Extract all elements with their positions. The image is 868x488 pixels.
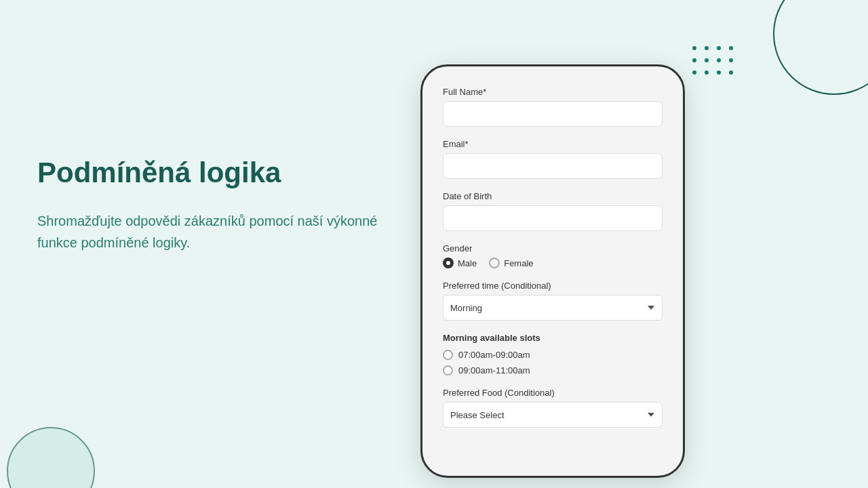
dot: [705, 46, 709, 50]
full-name-label: Full Name*: [443, 87, 663, 97]
dot-grid-decoration: [692, 46, 736, 77]
gender-female-label: Female: [504, 258, 533, 268]
email-input[interactable]: [443, 153, 663, 179]
dot: [717, 70, 721, 75]
gender-female-radio[interactable]: [489, 258, 500, 268]
email-label: Email*: [443, 139, 663, 149]
dot: [717, 58, 721, 62]
full-name-group: Full Name*: [443, 87, 663, 127]
preferred-food-select-wrapper: Please Select: [443, 402, 663, 428]
dot: [692, 46, 696, 50]
dot: [717, 46, 721, 50]
dot: [692, 58, 696, 62]
slot-label-2: 09:00am-11:00am: [458, 365, 530, 375]
gender-male-option[interactable]: Male: [443, 258, 477, 268]
phone-inner: Full Name* Email* Date of Birth Gender M…: [422, 66, 683, 476]
morning-slots-group: Morning available slots 07:00am-09:00am …: [443, 333, 663, 375]
slot-label-1: 07:00am-09:00am: [458, 350, 530, 360]
full-name-input[interactable]: [443, 101, 663, 127]
decorative-circle-top-right: [773, 0, 868, 95]
gender-male-label: Male: [458, 258, 477, 268]
phone-mockup: Full Name* Email* Date of Birth Gender M…: [420, 64, 685, 478]
preferred-time-group: Preferred time (Conditional) Morning Aft…: [443, 281, 663, 321]
preferred-time-select-wrapper: Morning Afternoon Evening: [443, 295, 663, 321]
gender-female-option[interactable]: Female: [489, 258, 533, 268]
slot-radio-2[interactable]: [443, 365, 453, 375]
dot: [692, 70, 696, 75]
slot-radio-1[interactable]: [443, 350, 453, 360]
decorative-circle-bottom-left: [7, 427, 95, 488]
dob-group: Date of Birth: [443, 191, 663, 231]
slot-option-2[interactable]: 09:00am-11:00am: [443, 365, 663, 375]
dot: [705, 70, 709, 75]
preferred-food-group: Preferred Food (Conditional) Please Sele…: [443, 388, 663, 428]
page-heading: Podmíněná logika: [37, 156, 383, 190]
slot-option-1[interactable]: 07:00am-09:00am: [443, 350, 663, 360]
preferred-time-select[interactable]: Morning Afternoon Evening: [443, 295, 663, 321]
preferred-food-label: Preferred Food (Conditional): [443, 388, 663, 398]
dot: [729, 58, 733, 62]
gender-radio-group: Male Female: [443, 258, 663, 268]
left-content-area: Podmíněná logika Shromažďujte odpovědi z…: [37, 156, 383, 253]
dob-label: Date of Birth: [443, 191, 663, 201]
dot: [729, 70, 733, 75]
dot: [729, 46, 733, 50]
gender-label: Gender: [443, 243, 663, 253]
email-group: Email*: [443, 139, 663, 179]
preferred-time-label: Preferred time (Conditional): [443, 281, 663, 291]
morning-slots-label: Morning available slots: [443, 333, 663, 343]
gender-group: Gender Male Female: [443, 243, 663, 268]
dob-input[interactable]: [443, 205, 663, 231]
page-description: Shromažďujte odpovědi zákazníků pomocí n…: [37, 210, 383, 253]
dot: [705, 58, 709, 62]
gender-male-radio[interactable]: [443, 258, 454, 268]
preferred-food-select[interactable]: Please Select: [443, 402, 663, 428]
